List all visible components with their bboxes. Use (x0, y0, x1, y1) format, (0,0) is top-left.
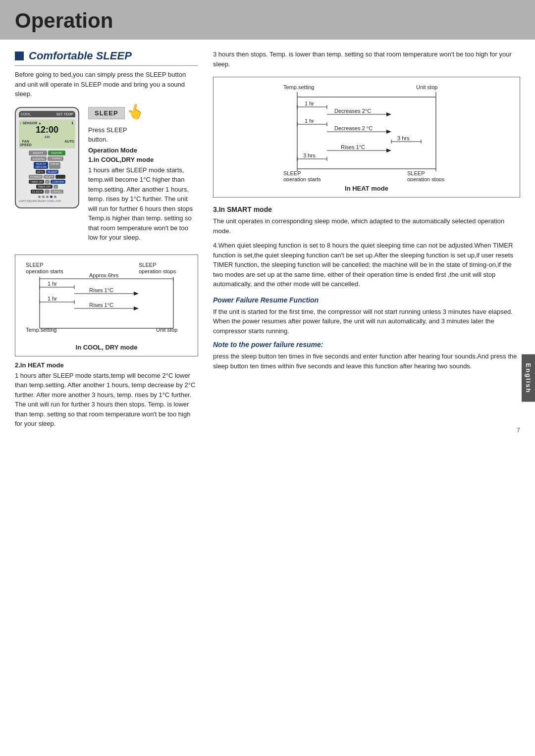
remote-row-smart: SMART ON/OFF (19, 151, 75, 155)
remote-row-timeroff: TIMER OFF ○ (19, 185, 75, 189)
power-failure-text: If the unit is started for the first tim… (213, 307, 520, 336)
ht-op-stops-label: operation stops (407, 176, 445, 181)
page-number: 7 (517, 426, 520, 434)
cd-op-starts-label: operation starts (26, 268, 63, 274)
dot5 (54, 196, 56, 198)
remote-minus-btn[interactable]: − (45, 190, 50, 194)
remote-fresh-btn[interactable]: FRESH (49, 162, 60, 169)
dot3 (46, 196, 49, 198)
right-column: 3 hours then stops. Temp. is lower than … (213, 50, 520, 429)
note-text: press the sleep button ten times in five… (213, 352, 520, 371)
ht-op-starts-label: operation starts (283, 176, 321, 181)
ht-3hrs1-label: 3 hrs (397, 135, 410, 141)
ht-temp-setting: Temp.setting (283, 84, 314, 90)
ht-dec2-label: Decreases 2 °C (334, 125, 373, 131)
hr2-label: 1 hr (48, 296, 57, 302)
press-sleep-line2: button. (88, 136, 108, 143)
remote-power-btn[interactable]: POWER (29, 175, 43, 179)
remote-confirm-btn[interactable]: CONFIRM (51, 180, 65, 184)
intro-paragraph: Before going to bed,you can simply press… (15, 70, 198, 99)
remote-soft-btn[interactable]: SOFT (44, 175, 54, 179)
right-intro-span: 3 hours then stops. Temp. is lower than … (213, 50, 512, 68)
mode1-title: 1.In COOL,DRY mode (88, 156, 198, 163)
remote-10c-btn[interactable]: 10°C (36, 170, 45, 174)
remote-swing1-btn[interactable]: ⇅SWING (31, 156, 46, 161)
rises1-arrow (134, 292, 139, 296)
remote-cool-label: COOL (21, 112, 31, 116)
section-header: Comfortable SLEEP (15, 50, 198, 66)
remote-am: AM (20, 135, 74, 139)
sleep-arrow-icon: 👆 (125, 103, 146, 121)
page-title: Operation (15, 9, 520, 33)
remote-health-btn[interactable]: HEALTHAIRFLOW (34, 162, 48, 169)
ht-rises-label: Rises 1°C (341, 144, 365, 150)
heat-diagram-box: Temp.setting Unit stop 1 hr Decreases 2°… (213, 77, 520, 198)
right-intro-text: 3 hours then stops. Temp. is lower than … (213, 50, 520, 69)
blue-square-icon (15, 51, 24, 60)
side-tab: English (522, 354, 535, 402)
sleep-button-display: SLEEP (88, 107, 125, 119)
cd-sleep-stop-label: SLEEP (139, 262, 156, 268)
press-sleep-text: Press SLEEP button. (88, 125, 127, 145)
main-content: Comfortable SLEEP Before going to bed,yo… (0, 40, 535, 439)
power-failure-title: Power Failure Resume Function (213, 296, 520, 304)
remote-clock-btn[interactable]: CLOCK (31, 190, 44, 194)
ht-sleep-start-label: SLEEP (283, 170, 301, 176)
rises2-label: Rises 1°C (89, 302, 113, 308)
ht-hr1-label: 1 hr (305, 101, 314, 106)
heat-mode-diagram-label: In HEAT mode (218, 185, 515, 192)
ht-dec1-label: Decreases 2°C (334, 108, 371, 114)
remote-row-swing: ⇅SWING ↔SWING (19, 156, 75, 161)
side-tab-label: English (525, 363, 532, 393)
cd-unit-stop-label: Unit stop (156, 327, 177, 333)
remote-display: ↕ SENSOR ▲ 🌡 12:00 AM FANSPEED AUTO (19, 119, 75, 149)
remote-extra-btn[interactable] (55, 175, 65, 179)
mode3-text: The unit operates in corresponding sleep… (213, 216, 520, 236)
remote-control: COOL SET TEMP ↕ SENSOR ▲ 🌡 12:00 AM FANS… (15, 107, 79, 208)
remote-top-bar: COOL SET TEMP (19, 111, 75, 117)
remote-settemp-label: SET TEMP (56, 112, 73, 116)
mode2-title: 2.In HEAT mode (15, 361, 198, 369)
sleep-button-area: SLEEP 👆 Press SLEEP button. Operation Mo… (88, 107, 198, 248)
remote-row-sleep: 10°C SLEEP (19, 170, 75, 174)
operation-mode-section: Operation Mode 1.In COOL,DRY mode 1 hour… (88, 147, 198, 245)
remote-row-health: HEALTHAIRFLOW FRESH (19, 162, 75, 169)
remote-row-clock: CLOCK − CANCEL (19, 190, 75, 194)
remote-timeron-btn[interactable]: TIMER ON (29, 180, 44, 184)
mode4-section: 4.When quiet sleeping function is set to… (213, 241, 520, 289)
remote-sleep-btn[interactable]: SLEEP (46, 170, 58, 174)
mode3-section: 3.In SMART mode The unit operates in cor… (213, 205, 520, 236)
ht-hr2-label: 1 hr (305, 118, 314, 124)
mode4-text: 4.When quiet sleeping function is set to… (213, 241, 520, 289)
remote-fan: FANSPEED (20, 140, 32, 147)
dot1 (38, 196, 41, 198)
section-title-text: Comfortable SLEEP (29, 50, 132, 62)
page-header: Operation (0, 0, 535, 40)
operation-mode-label: Operation Mode (88, 147, 198, 154)
remote-plus-btn[interactable]: + (45, 180, 50, 184)
approx-label: Approx.6hrs (89, 272, 119, 278)
dot4 (50, 196, 53, 198)
ht-rises-arrow (386, 149, 391, 152)
left-column: Comfortable SLEEP Before going to bed,yo… (15, 50, 198, 429)
ht-dec2-arrow (386, 130, 391, 134)
hr1-label: 1 hr (48, 281, 57, 287)
remote-cancel-btn[interactable]: CANCEL (51, 190, 63, 194)
mode3-title: 3.In SMART mode (213, 205, 520, 213)
remote-timeroff-btn[interactable]: TIMER OFF (36, 185, 53, 189)
ht-sleep-stop-label: SLEEP (407, 170, 425, 176)
ht-3hrs2-label: 3 hrs (303, 152, 316, 158)
dot2 (42, 196, 45, 198)
remote-smart-btn[interactable]: SMART (29, 151, 47, 155)
sleep-btn-row: SLEEP 👆 (88, 107, 144, 119)
cd-op-stops-label: operation stops (139, 268, 176, 274)
remote-row-power: POWER SOFT (19, 175, 75, 179)
remote-dots (19, 196, 75, 198)
remote-circle-btn[interactable]: ○ (54, 185, 58, 189)
ht-unit-stop: Unit stop (416, 84, 437, 90)
cool-dry-diagram-title: In COOL, DRY mode (20, 344, 193, 351)
mode2-section: 2.In HEAT mode 1 hours after SLEEP mode … (15, 361, 198, 429)
remote-swing2-btn[interactable]: ↔SWING (48, 156, 63, 161)
remote-onoff-btn[interactable]: ON/OFF (48, 151, 65, 155)
remote-auto: AUTO (64, 140, 74, 147)
